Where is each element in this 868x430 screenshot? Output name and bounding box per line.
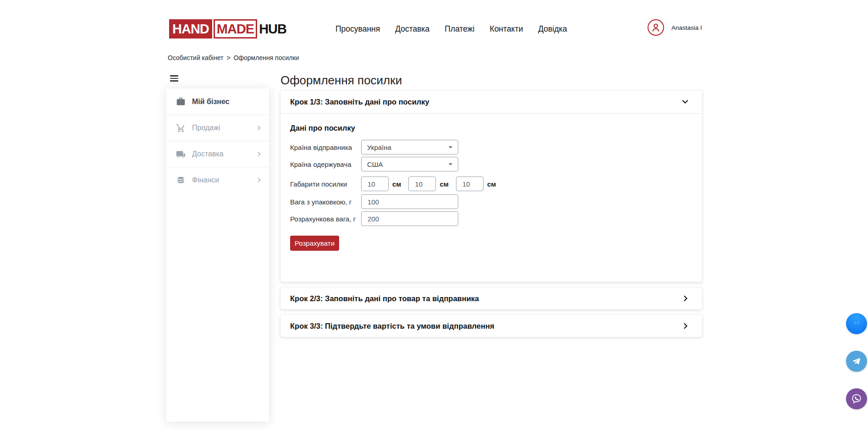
accordion-step-2-header[interactable]: Крок 2/3: Заповніть дані про товар та ві… — [280, 287, 702, 309]
user-name: Anastasia I — [671, 24, 702, 31]
sidebar-item-my-business[interactable]: Мій бізнес — [166, 88, 269, 115]
page-title: Оформлення посилки — [280, 73, 402, 88]
nav-link-payments[interactable]: Платежі — [445, 24, 474, 34]
dropdown-caret-icon — [449, 163, 452, 165]
person-icon — [651, 22, 661, 33]
calculated-weight-label: Розрахункова вага, г — [290, 215, 361, 223]
recipient-country-value: США — [367, 160, 383, 168]
telegram-icon — [851, 355, 863, 367]
coins-icon — [176, 175, 186, 185]
logo-made: MADE — [214, 19, 257, 39]
page: HAND MADE HUB Просування Доставка Платеж… — [0, 0, 868, 430]
nav-link-promotion[interactable]: Просування — [335, 24, 380, 34]
user-box[interactable]: Anastasia I — [648, 19, 702, 36]
breadcrumb-separator: > — [226, 54, 230, 61]
accordion-step-1-label: Крок 1/3: Заповніть дані про посилку — [290, 98, 429, 106]
dimension-input-width[interactable] — [408, 176, 436, 191]
dimension-unit: см — [487, 180, 496, 188]
recipient-country-label: Країна одержувача — [290, 160, 361, 168]
telegram-button[interactable] — [846, 351, 867, 372]
viber-icon — [851, 393, 863, 405]
accordion-step-2-label: Крок 2/3: Заповніть дані про товар та ві… — [290, 294, 479, 303]
dropdown-caret-icon — [449, 146, 452, 149]
nav-link-contacts[interactable]: Контакти — [489, 24, 523, 34]
form-heading: Дані про посилку — [290, 124, 692, 132]
dimension-unit: см — [439, 180, 448, 188]
parcel-form: Дані про посилку Країна відправника Укра… — [280, 114, 702, 251]
recipient-country-select[interactable]: США — [361, 157, 458, 171]
chevron-right-icon — [257, 125, 262, 131]
social-buttons — [846, 313, 867, 409]
logo-hub: HUB — [259, 19, 286, 39]
cart-icon — [176, 123, 186, 133]
packed-weight-label: Вага з упаковкою, г — [290, 198, 361, 206]
viber-button[interactable] — [846, 388, 867, 409]
user-avatar[interactable] — [648, 19, 664, 36]
sidebar-item-sales[interactable]: Продажі — [166, 115, 269, 141]
sender-country-value: Україна — [367, 143, 391, 151]
messenger-icon — [851, 318, 863, 330]
chevron-right-icon — [257, 177, 262, 183]
packed-weight-input[interactable] — [361, 194, 458, 209]
breadcrumb-current: Оформлення посилки — [234, 54, 299, 61]
chevron-down-icon — [682, 99, 688, 105]
dimension-input-height[interactable] — [456, 176, 483, 191]
accordion-step-3-header[interactable]: Крок 3/3: Підтвердьте вартість та умови … — [280, 315, 702, 337]
hamburger-icon[interactable] — [170, 75, 178, 82]
top-nav: Просування Доставка Платежі Контакти Дов… — [335, 24, 567, 34]
accordion-step-1-header[interactable]: Крок 1/3: Заповніть дані про посилку — [280, 90, 702, 114]
nav-link-delivery[interactable]: Доставка — [395, 24, 429, 34]
sidebar-item-label: Мій бізнес — [192, 98, 230, 106]
sender-country-select[interactable]: Україна — [361, 140, 458, 154]
chevron-right-icon — [683, 323, 688, 329]
briefcase-icon — [176, 97, 186, 107]
logo-hand: HAND — [169, 19, 212, 39]
breadcrumb: Особистий кабінет > Оформлення посилки — [168, 54, 299, 61]
chevron-right-icon — [257, 151, 262, 157]
sidebar-item-label: Доставка — [192, 150, 224, 158]
sidebar: Мій бізнес Продажі Доставка Фінанси — [166, 88, 269, 422]
breadcrumb-home[interactable]: Особистий кабінет — [168, 54, 223, 61]
nav-link-help[interactable]: Довідка — [538, 24, 567, 34]
accordion-step-1: Крок 1/3: Заповніть дані про посилку Дан… — [280, 90, 702, 282]
dimensions-label: Габарити посилки — [290, 180, 361, 188]
chevron-right-icon — [683, 295, 688, 302]
calculate-button[interactable]: Розрахувати — [290, 236, 339, 251]
sidebar-item-delivery[interactable]: Доставка — [166, 141, 269, 167]
dimension-unit: см — [392, 180, 401, 188]
accordion-step-3-label: Крок 3/3: Підтвердьте вартість та умови … — [290, 322, 494, 331]
truck-icon — [176, 149, 186, 159]
calculated-weight-input[interactable] — [361, 211, 458, 226]
sender-country-label: Країна відправника — [290, 143, 361, 151]
dimension-input-length[interactable] — [361, 176, 389, 191]
messenger-button[interactable] — [846, 313, 867, 334]
sidebar-item-label: Фінанси — [192, 176, 219, 184]
logo[interactable]: HAND MADE HUB — [169, 19, 286, 39]
sidebar-item-finance[interactable]: Фінанси — [166, 167, 269, 193]
sidebar-item-label: Продажі — [192, 124, 220, 132]
